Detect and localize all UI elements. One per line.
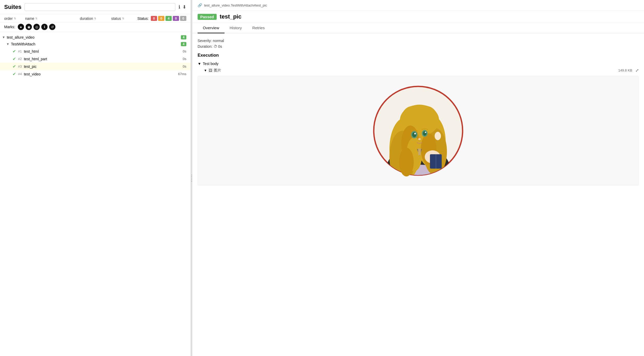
suite-name-1: test_allure_video	[7, 35, 181, 39]
test-body-label: Test body	[203, 62, 218, 66]
attachment-name: 图片	[214, 68, 618, 73]
svg-point-20	[414, 133, 416, 134]
duration-value: 0s	[218, 44, 222, 49]
severity-row: Severity: normal	[198, 39, 639, 43]
marks-row: Marks: ● ◉ ◎ ℹ ↺	[0, 23, 191, 32]
duration-sort-icon: ⇅	[94, 17, 96, 20]
test-name-2: test_html_part	[24, 57, 183, 61]
severity-value: normal	[213, 39, 224, 43]
test-row-1[interactable]: ✔ #1 test_html 0s	[0, 48, 191, 55]
test-row-4[interactable]: ✔ #4 test_video 67ms	[0, 70, 191, 78]
tab-history[interactable]: History	[225, 23, 247, 33]
attachment-row: ▼ 🖼 图片 149.8 KB ⤢	[198, 67, 639, 74]
detail-area: Severity: normal Duration: ⏱ 0s Executio…	[192, 33, 644, 356]
execution-title: Execution	[198, 53, 639, 58]
duration-label: Duration:	[198, 44, 212, 49]
svg-point-23	[425, 132, 426, 133]
suite-chevron-1: ▼	[2, 35, 5, 39]
test-status-icon-3: ✔	[13, 64, 16, 69]
subsuite-chevron-1: ▼	[6, 42, 9, 46]
status-label: Status:	[137, 16, 149, 21]
right-panel: 🔗 test_allure_video.TestWithAttach#test_…	[192, 0, 644, 356]
test-duration-4: 67ms	[178, 72, 186, 76]
svg-point-25	[435, 132, 441, 140]
test-title: test_pic	[220, 13, 242, 20]
svg-rect-30	[418, 149, 421, 155]
test-num-2: #2	[18, 57, 22, 61]
search-input[interactable]	[25, 3, 175, 11]
column-headers: order ⇅ name ⇅ duration ⇅ status ⇅ Statu…	[0, 14, 191, 23]
breadcrumb-link-icon: 🔗	[198, 3, 202, 7]
test-row-3[interactable]: ✔ #3 test_pic 0s	[0, 63, 191, 70]
mark-icon-1[interactable]: ●	[18, 24, 24, 30]
left-header: Suites ℹ ⬇	[0, 0, 191, 14]
col-name-header[interactable]: name ⇅	[25, 16, 80, 21]
col-duration-header[interactable]: duration ⇅	[80, 16, 111, 21]
test-name-1: test_html	[24, 49, 183, 54]
test-body-chevron: ▼	[198, 62, 201, 66]
broken-count: 0	[158, 16, 164, 21]
divider-dots	[191, 175, 192, 182]
test-num-3: #3	[18, 64, 22, 68]
breadcrumb-row: 🔗 test_allure_video.TestWithAttach#test_…	[192, 0, 644, 11]
failed-count: 0	[151, 16, 157, 21]
test-row-2[interactable]: ✔ #2 test_html_part 0s	[0, 55, 191, 63]
download-icon[interactable]: ⬇	[182, 4, 186, 10]
anime-character-image	[371, 79, 465, 183]
breadcrumb: test_allure_video.TestWithAttach#test_pi…	[204, 3, 267, 7]
subsuite-count-1: 4	[181, 42, 186, 46]
tree-area: ▼ test_allure_video 4 ▼ TestWithAttach 4…	[0, 32, 191, 356]
status-counts: Status: 0 0 4 0 0	[137, 16, 186, 21]
test-duration-1: 0s	[183, 49, 186, 53]
col-order-header[interactable]: order ⇅	[4, 16, 25, 21]
subsuite-row-testwithattach[interactable]: ▼ TestWithAttach 4	[0, 41, 191, 48]
test-num-4: #4	[18, 72, 22, 76]
svg-point-22	[423, 131, 427, 136]
skipped-count: 0	[173, 16, 179, 21]
passed-status-badge: Passed	[198, 14, 217, 20]
tabs-row: Overview History Retries	[192, 23, 644, 33]
test-duration-2: 0s	[183, 57, 186, 61]
suites-title: Suites	[4, 4, 21, 10]
test-body-header[interactable]: ▼ Test body	[198, 61, 639, 67]
order-sort-icon: ⇅	[14, 17, 16, 20]
test-name-4: test_video	[24, 72, 178, 76]
attachment-image-icon: 🖼	[209, 68, 212, 73]
image-container	[198, 76, 639, 186]
mark-icon-5[interactable]: ↺	[49, 24, 55, 30]
test-body-section: ▼ Test body ▼ 🖼 图片 149.8 KB ⤢	[198, 61, 639, 186]
suite-row-allure-video[interactable]: ▼ test_allure_video 4	[0, 34, 191, 41]
header-icons: ℹ ⬇	[179, 4, 186, 10]
severity-label: Severity:	[198, 39, 212, 43]
attachment-size: 149.8 KB	[618, 68, 632, 72]
passed-count: 4	[165, 16, 172, 21]
fullscreen-icon[interactable]: ⤢	[635, 68, 639, 73]
marks-label: Marks:	[4, 25, 15, 29]
suite-count-1: 4	[181, 35, 186, 39]
duration-icon: ⏱	[214, 44, 218, 49]
tab-overview[interactable]: Overview	[198, 23, 225, 33]
subsuite-name-1: TestWithAttach	[11, 42, 181, 46]
attachment-expand-chevron[interactable]: ▼	[204, 69, 207, 72]
test-title-row: Passed test_pic	[192, 11, 644, 23]
duration-row: Duration: ⏱ 0s	[198, 44, 639, 49]
status-sort-icon: ⇅	[122, 17, 124, 20]
info-icon[interactable]: ℹ	[179, 4, 180, 10]
test-num-1: #1	[18, 49, 22, 53]
mark-icon-2[interactable]: ◉	[26, 24, 32, 30]
test-duration-3: 0s	[183, 64, 186, 68]
mark-icon-4[interactable]: ℹ	[41, 24, 48, 30]
svg-point-16	[399, 148, 414, 176]
left-panel: Suites ℹ ⬇ order ⇅ name ⇅ duration ⇅ sta…	[0, 0, 191, 356]
tab-retries[interactable]: Retries	[247, 23, 270, 33]
svg-point-13	[414, 106, 438, 132]
col-status-header[interactable]: status ⇅	[111, 16, 137, 21]
mark-icon-3[interactable]: ◎	[33, 24, 40, 30]
test-status-icon-2: ✔	[13, 56, 16, 61]
name-sort-icon: ⇅	[35, 17, 37, 20]
test-status-icon-1: ✔	[13, 49, 16, 54]
svg-point-19	[412, 132, 416, 137]
test-status-icon-4: ✔	[13, 72, 16, 76]
svg-point-24	[418, 138, 421, 140]
test-name-3: test_pic	[24, 64, 183, 69]
